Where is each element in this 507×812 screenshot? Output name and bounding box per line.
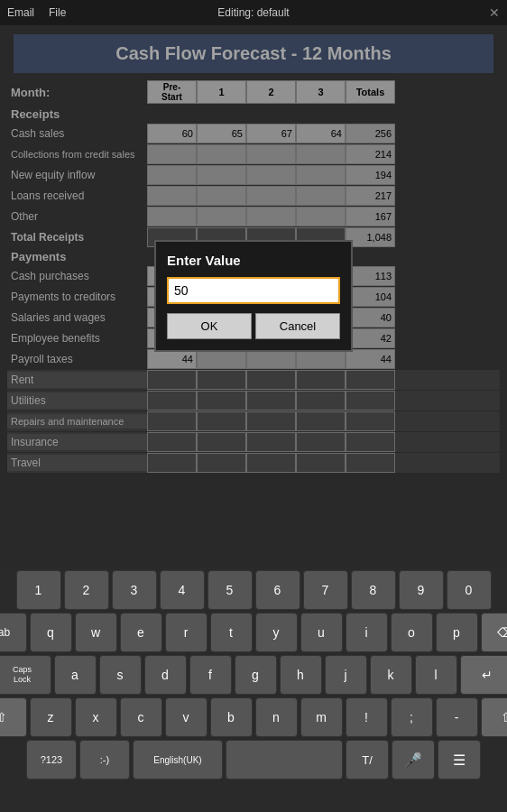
key-f[interactable]: f — [189, 655, 232, 695]
key-2[interactable]: 2 — [64, 570, 109, 610]
key-y[interactable]: y — [255, 613, 298, 652]
key-j[interactable]: j — [325, 655, 367, 695]
dialog-title: Enter Value — [167, 253, 340, 268]
key-z[interactable]: z — [30, 697, 72, 737]
key-w[interactable]: w — [75, 613, 117, 652]
dialog-ok-button[interactable]: OK — [167, 313, 252, 339]
key-u[interactable]: u — [300, 613, 343, 652]
key-g[interactable]: g — [235, 655, 277, 695]
keyboard-row-asdf: CapsLock a s d f g h j k l ↵ — [2, 655, 505, 695]
key-text-edit[interactable]: T/ — [346, 740, 389, 780]
key-dash[interactable]: - — [436, 697, 478, 737]
file-menu[interactable]: File — [49, 6, 66, 19]
key-5[interactable]: 5 — [207, 570, 253, 610]
key-language[interactable]: English(UK) — [133, 740, 223, 780]
key-c[interactable]: c — [120, 697, 162, 737]
dialog-overlay: Enter Value OK Cancel — [0, 25, 507, 567]
key-o[interactable]: o — [391, 613, 433, 652]
key-s[interactable]: s — [99, 655, 142, 695]
key-q[interactable]: q — [30, 613, 72, 652]
key-r[interactable]: r — [165, 613, 207, 652]
keyboard-row-qwerty: Tab q w e r t y u i o p ⌫ — [2, 613, 505, 652]
key-shift-right[interactable]: ⇧ — [481, 697, 508, 737]
key-exclaim[interactable]: ! — [346, 697, 388, 737]
key-k[interactable]: k — [370, 655, 412, 695]
window-title: Editing: default — [217, 6, 289, 19]
key-menu[interactable]: ☰ — [438, 740, 481, 780]
keyboard-row-zxcv: ⇧ z x c v b n m ! ; - ⇧ — [2, 697, 505, 737]
key-0[interactable]: 0 — [447, 570, 492, 610]
key-8[interactable]: 8 — [351, 570, 396, 610]
spreadsheet-area: Cash Flow Forecast - 12 Months Month: Pr… — [0, 25, 507, 567]
key-a[interactable]: a — [54, 655, 97, 695]
key-shift-left[interactable]: ⇧ — [0, 697, 27, 737]
key-4[interactable]: 4 — [160, 570, 205, 610]
keyboard-row-bottom: ?123 :-) English(UK) T/ 🎤 ☰ — [2, 740, 505, 780]
key-semicolon[interactable]: ; — [391, 697, 433, 737]
keyboard-row-numbers: 1 2 3 4 5 6 7 8 9 0 — [2, 570, 505, 610]
key-p[interactable]: p — [436, 613, 478, 652]
keyboard-area: 1 2 3 4 5 6 7 8 9 0 Tab q w e r t y u i … — [0, 567, 507, 812]
key-h[interactable]: h — [280, 655, 322, 695]
key-1[interactable]: 1 — [16, 570, 61, 610]
key-3[interactable]: 3 — [112, 570, 157, 610]
key-backspace[interactable]: ⌫ — [481, 613, 508, 652]
key-space[interactable] — [226, 740, 343, 780]
key-d[interactable]: d — [144, 655, 187, 695]
key-7[interactable]: 7 — [303, 570, 348, 610]
key-b[interactable]: b — [210, 697, 253, 737]
top-bar: Email File Editing: default ✕ — [0, 0, 507, 25]
key-t[interactable]: t — [210, 613, 253, 652]
dialog-buttons: OK Cancel — [167, 313, 340, 339]
email-menu[interactable]: Email — [7, 6, 34, 19]
key-n[interactable]: n — [255, 697, 298, 737]
dialog-cancel-button[interactable]: Cancel — [255, 313, 340, 339]
key-tab[interactable]: Tab — [0, 613, 27, 652]
key-m[interactable]: m — [300, 697, 343, 737]
key-l[interactable]: l — [415, 655, 457, 695]
key-x[interactable]: x — [75, 697, 117, 737]
key-6[interactable]: 6 — [255, 570, 300, 610]
key-symbols[interactable]: ?123 — [26, 740, 77, 780]
key-9[interactable]: 9 — [399, 570, 444, 610]
enter-value-dialog: Enter Value OK Cancel — [154, 240, 353, 352]
key-microphone[interactable]: 🎤 — [392, 740, 435, 780]
key-enter[interactable]: ↵ — [460, 655, 508, 695]
dialog-input[interactable] — [167, 277, 340, 304]
key-e[interactable]: e — [120, 613, 162, 652]
key-capslock[interactable]: CapsLock — [0, 655, 51, 695]
key-emoticon[interactable]: :-) — [79, 740, 130, 780]
key-i[interactable]: i — [346, 613, 388, 652]
key-v[interactable]: v — [165, 697, 207, 737]
close-icon[interactable]: ✕ — [489, 5, 500, 20]
